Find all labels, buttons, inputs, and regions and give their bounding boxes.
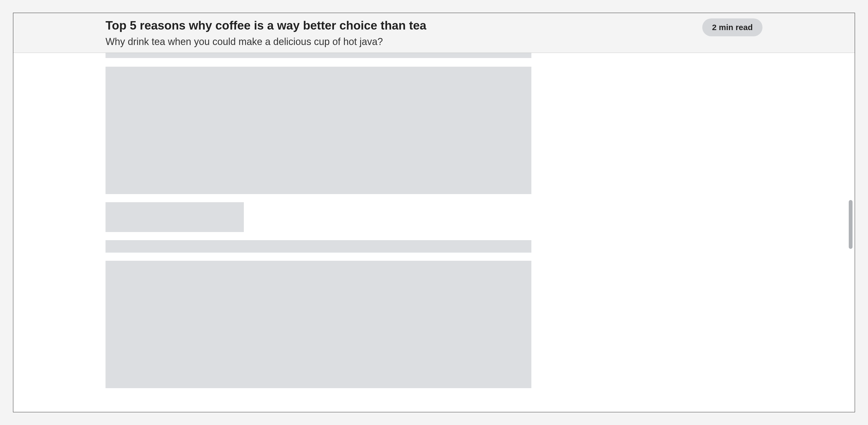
skeleton-line (105, 240, 531, 253)
sticky-header: Top 5 reasons why coffee is a way better… (13, 13, 855, 53)
skeleton-block (105, 67, 531, 194)
article-frame: Top 5 reasons why coffee is a way better… (13, 13, 855, 412)
content-area (13, 13, 855, 412)
header-inner: Top 5 reasons why coffee is a way better… (105, 19, 763, 48)
header-text: Top 5 reasons why coffee is a way better… (105, 19, 691, 48)
article-title: Top 5 reasons why coffee is a way better… (105, 19, 691, 33)
read-time-badge: 2 min read (702, 19, 763, 36)
skeleton-heading (105, 202, 244, 232)
scrollbar-track[interactable] (849, 13, 852, 412)
skeleton-block (105, 261, 531, 388)
content-inner (105, 48, 531, 388)
scrollbar-thumb[interactable] (849, 200, 852, 249)
article-subtitle: Why drink tea when you could make a deli… (105, 35, 691, 48)
